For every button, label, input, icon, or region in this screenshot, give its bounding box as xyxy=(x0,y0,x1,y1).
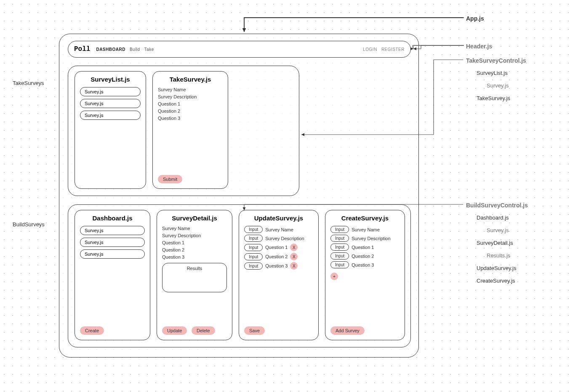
field-name: Survey Name xyxy=(265,227,293,232)
results-box: Results xyxy=(162,263,227,292)
remove-icon[interactable]: X xyxy=(290,244,298,251)
dashboard-card: Dashboard.js Survey.js Survey.js Survey.… xyxy=(75,210,150,340)
add-survey-button[interactable]: Add Survey xyxy=(330,326,365,335)
field-q1: Question 1 xyxy=(162,240,227,245)
input-pill[interactable]: Input xyxy=(244,253,263,260)
input-pill[interactable]: Input xyxy=(244,226,263,233)
surveylist-title: SurveyList.js xyxy=(80,76,141,83)
survey-item[interactable]: Survey.js xyxy=(80,87,141,96)
updatesurvey-card: UpdateSurvey.js InputSurvey Name InputSu… xyxy=(239,210,319,340)
label-survey2: Survey.js xyxy=(487,227,509,233)
add-question-icon[interactable]: + xyxy=(330,273,338,280)
nav-build[interactable]: Build xyxy=(130,47,140,52)
input-pill[interactable]: Input xyxy=(330,252,349,260)
nav-login[interactable]: LOGIN xyxy=(363,47,377,52)
survey-item[interactable]: Survey.js xyxy=(80,226,145,235)
label-surveydetail: SurveyDetail.js xyxy=(477,240,513,246)
label-header: Header.js xyxy=(466,43,492,50)
nav-dashboard[interactable]: DASHBOARD xyxy=(96,47,125,52)
updatesurvey-title: UpdateSurvey.js xyxy=(244,215,313,222)
survey-item[interactable]: Survey.js xyxy=(80,238,145,247)
save-button[interactable]: Save xyxy=(244,326,265,335)
remove-icon[interactable]: X xyxy=(290,253,298,260)
label-updatesurvey: UpdateSurvey.js xyxy=(477,265,516,271)
field-desc: Survey Description xyxy=(158,94,223,99)
label-dashboard: Dashboard.js xyxy=(477,215,509,221)
delete-button[interactable]: Delete xyxy=(192,326,215,335)
takesurveys-group: SurveyList.js Survey.js Survey.js Survey… xyxy=(68,66,299,196)
buildsurveys-group: Dashboard.js Survey.js Survey.js Survey.… xyxy=(68,204,411,347)
input-pill[interactable]: Input xyxy=(330,235,349,242)
field-name: Survey Name xyxy=(162,226,227,231)
app-container: Poll DASHBOARD Build Take LOGIN REGISTER… xyxy=(59,34,419,358)
field-q3: Question 3 xyxy=(158,116,223,121)
label-takecontrol: TakeSurveyControl.js xyxy=(466,57,526,64)
input-pill[interactable]: Input xyxy=(244,262,263,270)
field-desc: Survey Description xyxy=(352,236,390,241)
input-pill[interactable]: Input xyxy=(330,261,349,268)
dashboard-title: Dashboard.js xyxy=(80,215,145,222)
label-takesurveys: TakeSurveys xyxy=(13,80,44,86)
label-results: Results.js xyxy=(487,252,510,259)
header-component: Poll DASHBOARD Build Take LOGIN REGISTER xyxy=(68,41,411,58)
field-q1: Question 1 xyxy=(265,245,288,250)
survey-item[interactable]: Survey.js xyxy=(80,249,145,259)
surveydetail-card: SurveyDetail.js Survey Name Survey Descr… xyxy=(157,210,232,340)
surveylist-card: SurveyList.js Survey.js Survey.js Survey… xyxy=(75,71,146,189)
surveydetail-title: SurveyDetail.js xyxy=(162,215,227,222)
field-desc: Survey Description xyxy=(265,236,304,241)
create-button[interactable]: Create xyxy=(80,326,104,335)
field-q3: Question 3 xyxy=(265,263,288,268)
field-desc: Survey Description xyxy=(162,233,227,238)
field-q1: Question 1 xyxy=(158,101,223,106)
field-q2: Question 2 xyxy=(265,254,288,259)
input-pill[interactable]: Input xyxy=(330,226,349,233)
brand-logo: Poll xyxy=(74,45,90,53)
label-buildsurveys: BuildSurveys xyxy=(13,221,45,228)
label-app: App.js xyxy=(466,15,484,22)
createsurvey-card: CreateSurvey.js InputSurvey Name InputSu… xyxy=(325,210,405,340)
input-pill[interactable]: Input xyxy=(244,244,263,251)
submit-button[interactable]: Submit xyxy=(158,175,182,183)
survey-item[interactable]: Survey.js xyxy=(80,111,141,120)
label-buildcontrol: BuildSurveyControl.js xyxy=(466,202,528,209)
field-name: Survey Name xyxy=(158,87,223,92)
nav-take[interactable]: Take xyxy=(144,47,154,52)
results-label: Results xyxy=(187,266,202,271)
field-q3: Question 3 xyxy=(162,254,227,260)
label-survey1: Survey.js xyxy=(487,82,509,89)
label-surveylist: SurveyList.js xyxy=(477,70,508,76)
field-q2: Question 2 xyxy=(158,109,223,114)
takesurvey-card: TakeSurvey.js Survey Name Survey Descrip… xyxy=(152,71,228,189)
nav-register[interactable]: REGISTER xyxy=(381,47,405,52)
field-q3: Question 3 xyxy=(352,262,374,268)
takesurvey-title: TakeSurvey.js xyxy=(158,76,223,83)
createsurvey-title: CreateSurvey.js xyxy=(330,215,400,222)
input-pill[interactable]: Input xyxy=(330,244,349,251)
update-button[interactable]: Update xyxy=(162,326,187,335)
remove-icon[interactable]: X xyxy=(290,262,298,270)
field-name: Survey Name xyxy=(352,227,380,232)
field-q2: Question 2 xyxy=(162,247,227,252)
label-takesurvey: TakeSurvey.js xyxy=(477,95,510,101)
label-createsurvey: CreateSurvey.js xyxy=(477,278,515,284)
field-q2: Question 2 xyxy=(352,254,374,259)
survey-item[interactable]: Survey.js xyxy=(80,99,141,108)
field-q1: Question 1 xyxy=(352,245,374,250)
input-pill[interactable]: Input xyxy=(244,235,263,242)
